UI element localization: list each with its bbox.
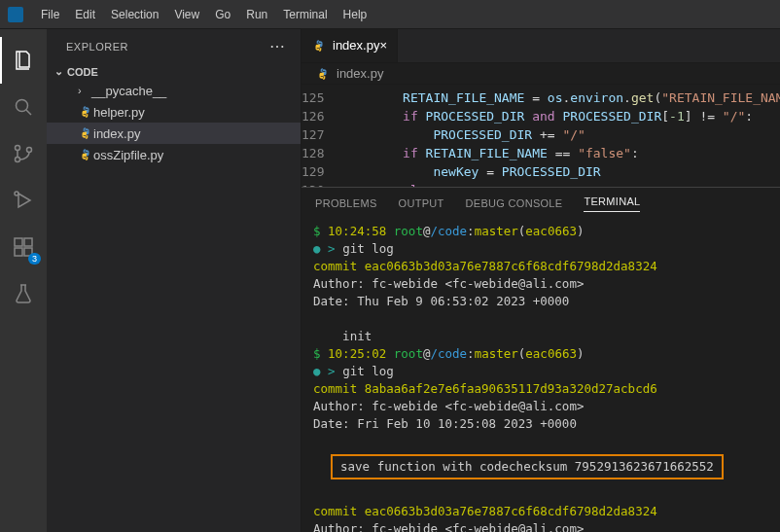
python-icon [311, 39, 327, 53]
menu-edit[interactable]: Edit [67, 0, 103, 28]
activity-explorer[interactable] [0, 37, 47, 84]
flask-icon [12, 282, 35, 305]
menu-terminal[interactable]: Terminal [275, 0, 335, 28]
commit-line: commit eac0663b3d03a76e7887c6f68cdf6798d… [313, 259, 657, 273]
chevron-down-icon: ⌄ [54, 65, 63, 78]
commit-line: commit eac0663b3d03a76e7887c6f68cdf6798d… [313, 504, 657, 518]
activity-testing[interactable] [0, 270, 47, 317]
panel-tab-problems[interactable]: PROBLEMS [315, 197, 377, 209]
commit-line: commit 8abaa6af2e7e6faa90635117d93a320d2… [313, 381, 657, 396]
explorer-root-label: CODE [67, 66, 98, 78]
code-editor[interactable]: 125 126 127 128 129 130 RETAIN_FILE_NAME… [301, 85, 780, 187]
folder-pycache[interactable]: › __pycache__ [47, 80, 301, 101]
editor-tabs: index.py × [301, 29, 780, 63]
svg-rect-8 [15, 248, 22, 256]
python-icon [78, 148, 93, 161]
svg-point-3 [16, 158, 20, 162]
chevron-right-icon: › [78, 85, 91, 96]
code-lines: RETAIN_FILE_NAME = os.environ.get("RETAI… [341, 85, 780, 187]
panel-tab-debug[interactable]: DEBUG CONSOLE [466, 197, 563, 209]
tree-label: __pycache__ [91, 84, 166, 98]
activity-bar: 3 [0, 29, 47, 532]
tree-label: ossZipfile.py [93, 148, 163, 162]
highlighted-commit-msg: save function with codechecksum 79529136… [331, 454, 724, 479]
debug-icon [12, 189, 35, 212]
app-logo [8, 7, 23, 22]
files-icon [12, 49, 35, 72]
menu-go[interactable]: Go [207, 0, 238, 28]
branch-icon [12, 142, 35, 165]
explorer-header: EXPLORER ⋯ [47, 29, 301, 63]
panel-tab-terminal[interactable]: TERMINAL [584, 195, 640, 212]
terminal[interactable]: $ 10:24:58 root@/code:master(eac0663) ● … [301, 219, 780, 532]
tab-index-py[interactable]: index.py × [301, 29, 398, 62]
python-icon [78, 105, 93, 119]
search-icon [12, 95, 35, 119]
panel-tabs: PROBLEMS OUTPUT DEBUG CONSOLE TERMINAL [301, 188, 780, 219]
extensions-badge: 3 [28, 253, 41, 265]
line-gutter: 125 126 127 128 129 130 [301, 85, 341, 187]
close-icon[interactable]: × [379, 38, 387, 53]
tree-label: index.py [93, 126, 140, 141]
file-helper-py[interactable]: helper.py [47, 101, 301, 123]
explorer-more-icon[interactable]: ⋯ [269, 37, 286, 55]
svg-line-1 [26, 110, 31, 115]
editor-area: index.py × index.py 125 126 127 128 129 … [301, 29, 780, 532]
svg-rect-6 [15, 238, 22, 246]
explorer-title: EXPLORER [66, 41, 128, 53]
svg-rect-7 [24, 238, 32, 246]
python-icon [315, 67, 331, 81]
activity-extensions[interactable]: 3 [0, 224, 47, 270]
explorer-root[interactable]: ⌄ CODE [47, 63, 301, 80]
menu-run[interactable]: Run [238, 0, 275, 28]
explorer-sidebar: EXPLORER ⋯ ⌄ CODE › __pycache__ helper.p… [47, 29, 301, 532]
breadcrumb-label: index.py [337, 66, 383, 81]
breadcrumb[interactable]: index.py [301, 63, 780, 85]
tab-label: index.py [333, 38, 379, 53]
panel-tab-output[interactable]: OUTPUT [399, 197, 444, 209]
activity-debug[interactable] [0, 177, 47, 224]
activity-scm[interactable] [0, 130, 47, 177]
svg-point-4 [27, 148, 32, 153]
menu-view[interactable]: View [166, 0, 207, 28]
panel: PROBLEMS OUTPUT DEBUG CONSOLE TERMINAL $… [301, 187, 780, 532]
file-index-py[interactable]: index.py [47, 123, 301, 144]
menu-file[interactable]: File [33, 0, 67, 28]
python-icon [78, 126, 93, 140]
svg-point-5 [15, 192, 18, 195]
menu-help[interactable]: Help [336, 0, 375, 28]
svg-point-0 [17, 100, 28, 112]
tree-label: helper.py [93, 105, 145, 120]
svg-point-2 [16, 146, 20, 151]
file-osszipfile-py[interactable]: ossZipfile.py [47, 144, 301, 165]
activity-search[interactable] [0, 84, 47, 130]
titlebar: File Edit Selection View Go Run Terminal… [0, 0, 780, 29]
menu-selection[interactable]: Selection [103, 0, 166, 28]
